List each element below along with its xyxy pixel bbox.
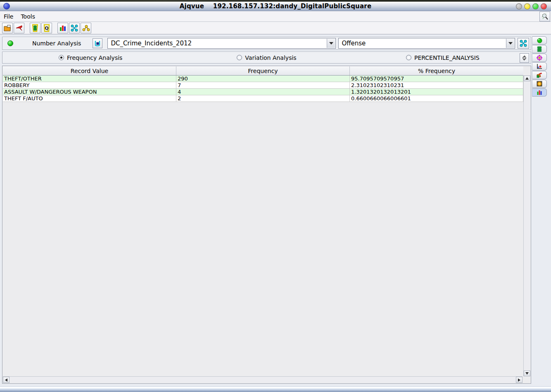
table-row[interactable]: ASSAULT W/DANGEROUS WEAPON41.32013201320… bbox=[3, 89, 523, 95]
horizontal-scrollbar[interactable] bbox=[3, 376, 522, 383]
analysis-mode-row: Frequency Analysis Variation Analysis PE… bbox=[2, 52, 531, 64]
plot-chart-icon bbox=[537, 64, 542, 69]
tab-plot[interactable] bbox=[532, 62, 547, 71]
table-cell[interactable]: 0.6600660066006601 bbox=[350, 95, 523, 102]
tab-data-dump[interactable] bbox=[532, 71, 547, 79]
network-nodes-button[interactable] bbox=[69, 23, 80, 33]
coin-icon bbox=[537, 81, 542, 87]
query-frame-icon: Q bbox=[43, 24, 51, 32]
radio-icon bbox=[406, 55, 411, 60]
analysis-chart-button[interactable] bbox=[57, 23, 68, 33]
magnifier-bug-icon bbox=[541, 13, 549, 20]
tab-connection[interactable] bbox=[532, 36, 547, 45]
panel-title: Number Analysis bbox=[32, 40, 81, 47]
query-frame-button[interactable]: Q bbox=[41, 23, 52, 33]
arrow-left-icon bbox=[5, 378, 7, 382]
table-cell[interactable]: ASSAULT W/DANGEROUS WEAPON bbox=[3, 89, 176, 95]
analysis-chart-icon bbox=[59, 24, 67, 32]
bucket-icon bbox=[94, 40, 101, 47]
table-dropdown[interactable]: DC_Crime_Incidents_2012 bbox=[107, 38, 336, 49]
field-dropdown-value: Offense bbox=[339, 40, 366, 47]
open-frame-icon bbox=[3, 24, 12, 32]
column-header-pct-frequency[interactable]: % Frequency bbox=[350, 66, 523, 75]
scroll-up-button[interactable] bbox=[524, 76, 530, 81]
plugin-molecule-button[interactable] bbox=[81, 23, 91, 33]
flower-pattern-icon bbox=[537, 55, 542, 61]
table-cell[interactable]: 2 bbox=[176, 95, 350, 102]
data-can-icon bbox=[537, 72, 542, 78]
open-frame-button[interactable] bbox=[2, 23, 13, 33]
table-cell[interactable]: 7 bbox=[176, 82, 350, 88]
tab-analysis-chart[interactable] bbox=[532, 88, 547, 97]
content-area: Number Analysis DC_Crime_Incidents_2012 … bbox=[0, 35, 551, 386]
flush-button[interactable] bbox=[14, 23, 24, 33]
table-body: THEFT/OTHER29095.7095709570957ROBBERY72.… bbox=[3, 76, 523, 376]
table-cell[interactable]: THEFT/OTHER bbox=[3, 76, 176, 82]
field-bucket-button[interactable] bbox=[93, 38, 102, 48]
execute-analysis-button[interactable] bbox=[518, 38, 529, 49]
radio-percentile-analysis[interactable]: PERCENTILE_ANALYSIS bbox=[355, 54, 531, 61]
table-cell[interactable]: 4 bbox=[176, 89, 350, 95]
tab-coin[interactable] bbox=[532, 80, 547, 88]
table-row[interactable]: THEFT/OTHER29095.7095709570957 bbox=[3, 76, 523, 82]
menu-tools[interactable]: Tools bbox=[17, 12, 39, 21]
right-tab-strip bbox=[531, 35, 551, 386]
window-bottom-frame bbox=[0, 386, 551, 392]
radio-label: Variation Analysis bbox=[245, 54, 296, 61]
scroll-left-button[interactable] bbox=[3, 377, 10, 383]
radio-variation-analysis[interactable]: Variation Analysis bbox=[178, 54, 354, 61]
window-button-maximize[interactable] bbox=[532, 3, 539, 9]
network-nodes-icon bbox=[70, 24, 78, 32]
desktop: Ajqvue 192.168.157.132:dandy_DigitalPubl… bbox=[0, 0, 551, 392]
selector-row: Number Analysis DC_Crime_Incidents_2012 … bbox=[2, 37, 531, 50]
table-cell[interactable]: 2.31023102310231 bbox=[350, 82, 523, 88]
field-dropdown[interactable]: Offense bbox=[338, 38, 515, 49]
toolbar: Q bbox=[0, 22, 551, 35]
table-dropdown-value: DC_Crime_Incidents_2012 bbox=[108, 40, 192, 47]
table-cell[interactable]: 95.7095709570957 bbox=[350, 76, 523, 82]
scroll-down-button[interactable] bbox=[524, 371, 530, 376]
table-cell[interactable]: 290 bbox=[176, 76, 350, 82]
flush-arrow-icon bbox=[15, 24, 23, 32]
arrow-up-icon bbox=[525, 77, 529, 80]
refresh-button[interactable] bbox=[520, 53, 529, 63]
radio-frequency-analysis[interactable]: Frequency Analysis bbox=[2, 54, 178, 61]
table-row[interactable]: ROBBERY72.31023102310231 bbox=[3, 82, 523, 89]
table-cell[interactable]: 1.3201320132013201 bbox=[350, 89, 523, 95]
connection-orb-icon bbox=[537, 38, 542, 43]
menu-bar: File Tools bbox=[0, 11, 551, 22]
window-controls bbox=[516, 3, 547, 9]
refresh-arrows-icon bbox=[521, 55, 527, 61]
database-connection-icon bbox=[31, 24, 39, 32]
menu-file[interactable]: File bbox=[0, 12, 17, 21]
field-dropdown-arrow-icon[interactable] bbox=[506, 39, 514, 48]
ajqvue-window: Ajqvue 192.168.157.132:dandy_DigitalPubl… bbox=[0, 2, 551, 392]
number-analysis-panel: Number Analysis DC_Crime_Incidents_2012 … bbox=[2, 35, 531, 386]
tab-pattern[interactable] bbox=[532, 54, 547, 62]
table-cell[interactable]: ROBBERY bbox=[3, 82, 176, 88]
window-button-workspace[interactable] bbox=[516, 3, 522, 9]
vertical-scrollbar[interactable] bbox=[523, 76, 530, 376]
column-header-frequency[interactable]: Frequency bbox=[176, 66, 350, 75]
svg-text:Q: Q bbox=[45, 26, 48, 31]
status-orb-icon bbox=[7, 40, 13, 46]
radio-label: PERCENTILE_ANALYSIS bbox=[414, 54, 480, 61]
radio-icon bbox=[59, 55, 64, 60]
table-header: Record Value Frequency % Frequency bbox=[3, 66, 523, 76]
window-button-close[interactable] bbox=[541, 3, 547, 9]
title-bar: Ajqvue 192.168.157.132:dandy_DigitalPubl… bbox=[0, 2, 551, 11]
table-cell[interactable]: THEFT F/AUTO bbox=[3, 95, 176, 102]
arrow-down-icon bbox=[525, 372, 529, 375]
table-row[interactable]: THEFT F/AUTO20.6600660066006601 bbox=[3, 95, 523, 102]
radio-icon bbox=[237, 55, 242, 60]
scroll-right-button[interactable] bbox=[516, 377, 522, 383]
tab-database[interactable] bbox=[532, 45, 547, 53]
network-nodes-icon bbox=[519, 39, 527, 47]
column-header-record-value[interactable]: Record Value bbox=[3, 66, 176, 75]
plugin-molecule-icon bbox=[82, 24, 90, 32]
database-stack-icon bbox=[537, 46, 542, 52]
search-tool-button[interactable] bbox=[539, 12, 550, 21]
database-connection-button[interactable] bbox=[30, 23, 40, 33]
table-dropdown-arrow-icon[interactable] bbox=[327, 39, 335, 48]
window-button-minimize[interactable] bbox=[524, 3, 530, 9]
